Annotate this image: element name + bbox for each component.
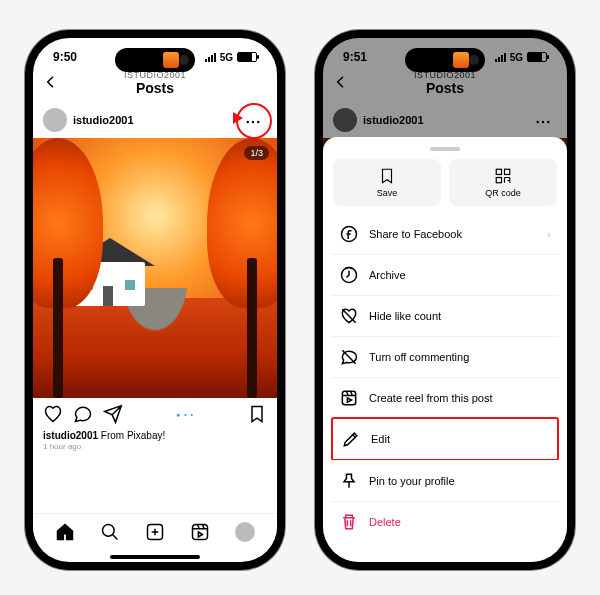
sheet-qr-button[interactable]: QR code [449,159,557,206]
tab-profile[interactable] [235,522,255,542]
svg-rect-9 [496,169,501,174]
battery-icon [237,52,257,62]
sheet-row-label: Share to Facebook [369,228,462,240]
sheet-save-button[interactable]: Save [333,159,441,206]
status-time: 9:50 [53,50,77,64]
tab-create[interactable] [145,522,165,542]
sheet-row-comment-off[interactable]: Turn off commenting [331,336,559,377]
comment-icon[interactable] [73,404,93,424]
svg-rect-5 [192,525,207,540]
sheet-row-facebook[interactable]: Share to Facebook› [331,214,559,254]
sheet-row-edit[interactable]: Edit [331,417,559,461]
page-header: ISTUDIO2001 Posts [33,68,277,102]
phone-right: 9:51 5G ISTUDIO2001 Posts is [315,30,575,570]
chevron-right-icon: › [547,228,551,240]
archive-icon [339,265,359,285]
svg-point-2 [257,121,259,123]
save-label: Save [377,188,398,198]
post-username[interactable]: istudio2001 [73,114,134,126]
sheet-row-reel[interactable]: Create reel from this post [331,377,559,418]
qr-label: QR code [485,188,521,198]
back-button[interactable] [43,74,59,95]
sheet-row-archive[interactable]: Archive [331,254,559,295]
tab-search[interactable] [100,522,120,542]
post-actions: ● • • [33,398,277,430]
reel-icon [339,388,359,408]
tab-home[interactable] [55,522,75,542]
caption-username[interactable]: istudio2001 [43,430,98,441]
edit-icon [341,429,361,449]
facebook-icon [339,224,359,244]
sheet-row-label: Create reel from this post [369,392,493,404]
tab-bar [33,513,277,556]
share-icon[interactable] [103,404,123,424]
sheet-row-label: Edit [371,433,390,445]
sheet-row-label: Pin to your profile [369,475,455,487]
svg-rect-11 [496,178,501,183]
heart-off-icon [339,306,359,326]
svg-point-0 [247,121,249,123]
sheet-row-label: Hide like count [369,310,441,322]
image-counter: 1/3 [244,146,269,160]
caption-text: From Pixabay! [98,430,165,441]
header-title: Posts [33,80,277,96]
like-icon[interactable] [43,404,63,424]
more-button[interactable] [241,110,265,134]
sheet-row-label: Archive [369,269,406,281]
svg-point-3 [103,525,115,537]
sheet-row-label: Turn off commenting [369,351,469,363]
post-timestamp: 1 hour ago [33,441,277,452]
sheet-row-label: Delete [369,516,401,528]
post-header: istudio2001 [33,102,277,138]
post-image[interactable]: 1/3 [33,138,277,398]
tab-reels[interactable] [190,522,210,542]
post-caption: istudio2001 From Pixabay! [33,430,277,441]
comment-off-icon [339,347,359,367]
pin-icon [339,471,359,491]
bookmark-icon[interactable] [247,404,267,424]
options-sheet: Save QR code Share to Facebook›ArchiveHi… [323,137,567,562]
avatar[interactable] [43,108,67,132]
svg-point-1 [252,121,254,123]
signal-icon [205,53,216,62]
sheet-row-heart-off[interactable]: Hide like count [331,295,559,336]
home-indicator [110,555,200,559]
dynamic-island [115,48,195,72]
sheet-row-pin[interactable]: Pin to your profile [331,460,559,501]
dynamic-island [405,48,485,72]
svg-rect-10 [505,169,510,174]
network-label: 5G [220,52,233,63]
sheet-grabber[interactable] [430,147,460,151]
trash-icon [339,512,359,532]
carousel-dots: ● • • [133,411,237,418]
phone-left: 9:50 5G ISTUDIO2001 Posts istudio2001 [25,30,285,570]
sheet-row-trash[interactable]: Delete [331,501,559,542]
